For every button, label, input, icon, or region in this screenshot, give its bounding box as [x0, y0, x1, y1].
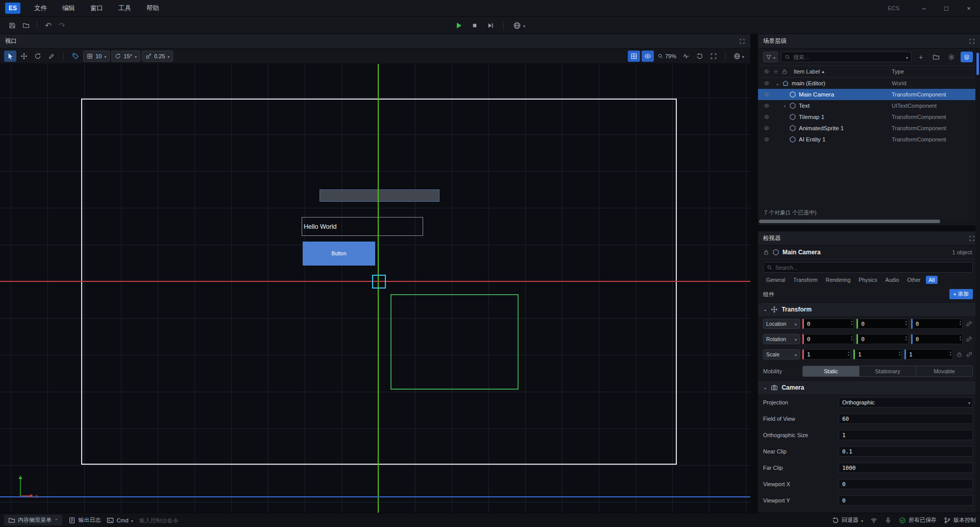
fov-field[interactable]	[839, 414, 973, 424]
location-z-input[interactable]	[913, 321, 962, 327]
filter-button[interactable]	[763, 52, 778, 62]
save-button[interactable]	[5, 19, 19, 32]
stop-button[interactable]	[468, 19, 481, 32]
visibility-toggle-button[interactable]	[642, 51, 654, 62]
scale-z-field[interactable]	[904, 349, 953, 360]
tree-row-tilemap[interactable]: Tilemap 1 TransformComponent	[758, 111, 980, 123]
location-x-input[interactable]	[804, 321, 853, 327]
expand-panel-icon[interactable]	[739, 38, 745, 44]
edit-tool-button[interactable]	[45, 51, 58, 62]
location-x-field[interactable]	[802, 319, 854, 329]
play-button[interactable]	[452, 19, 465, 32]
content-drawer-button[interactable]: 内容侧滑菜单	[4, 515, 62, 525]
version-control-button[interactable]: 版本控制	[944, 516, 976, 524]
tab-audio[interactable]: Audio	[882, 276, 902, 284]
rotation-y-input[interactable]	[858, 336, 908, 343]
location-y-input[interactable]	[858, 321, 908, 327]
location-dropdown[interactable]: Location	[763, 319, 800, 329]
panel-splitter[interactable]	[758, 225, 980, 231]
redo-button[interactable]: ↷	[55, 19, 69, 32]
tab-all[interactable]: All	[926, 276, 938, 284]
fullscreen-button[interactable]	[707, 51, 720, 62]
eye-icon[interactable]	[763, 125, 770, 131]
sidebar-scrollbar[interactable]	[975, 49, 980, 513]
camera-section-header[interactable]: Camera	[758, 380, 980, 394]
maximize-button[interactable]: □	[935, 0, 958, 17]
undo-button[interactable]: ↶	[41, 19, 55, 32]
spinner-icon[interactable]	[848, 350, 849, 356]
expand-panel-icon[interactable]	[969, 38, 975, 44]
scrollbar-thumb[interactable]	[976, 53, 979, 75]
spinner-icon[interactable]	[899, 350, 900, 356]
tree-row-animatedsprite[interactable]: AnimatedSprite 1 TransformComponent	[758, 123, 980, 134]
move-tool-button[interactable]	[18, 51, 30, 62]
scene-canvas[interactable]: Hello World Button x	[0, 64, 750, 513]
far-clip-field[interactable]	[839, 463, 973, 473]
eye-icon[interactable]	[763, 80, 770, 86]
rotate-tool-button[interactable]	[32, 51, 44, 62]
transform-section-header[interactable]: Transform	[758, 302, 980, 316]
open-button[interactable]	[19, 19, 33, 32]
menu-tools[interactable]: 工具	[111, 0, 139, 17]
eye-icon[interactable]	[763, 103, 770, 109]
rollback-dropdown[interactable]: 回退器	[832, 516, 863, 524]
minimize-button[interactable]: –	[913, 0, 935, 17]
tree-row-text[interactable]: Text UITextComponent	[758, 100, 980, 111]
spinner-icon[interactable]	[851, 320, 852, 326]
network-icon[interactable]	[870, 517, 877, 524]
projection-select[interactable]: Orthographic	[839, 397, 973, 408]
scale-snap-dropdown[interactable]: 0.25	[142, 51, 173, 62]
inspector-search[interactable]	[763, 262, 973, 273]
zoom-control[interactable]: 79%	[655, 51, 678, 62]
chevron-right-icon[interactable]	[781, 103, 788, 109]
close-button[interactable]: ×	[958, 0, 980, 17]
tab-other[interactable]: Other	[904, 276, 923, 284]
tag-tool-button[interactable]	[69, 51, 82, 62]
viewport-y-field[interactable]	[839, 495, 973, 506]
mobility-stationary[interactable]: Stationary	[860, 366, 916, 376]
menu-window[interactable]: 窗口	[83, 0, 111, 17]
tilemap-object[interactable]	[320, 189, 439, 202]
text-object[interactable]: Hello World	[302, 217, 423, 236]
scale-x-input[interactable]	[804, 351, 850, 358]
near-clip-field[interactable]	[839, 446, 973, 457]
eye-icon[interactable]	[763, 91, 770, 98]
chevron-down-icon[interactable]	[774, 81, 781, 86]
spinner-icon[interactable]	[851, 335, 852, 341]
lock-icon[interactable]	[763, 249, 769, 255]
tab-rendering[interactable]: Rendering	[823, 276, 853, 284]
rotation-x-input[interactable]	[804, 336, 853, 343]
mic-icon[interactable]	[885, 517, 892, 524]
grid-toggle-button[interactable]	[628, 51, 640, 62]
scrollbar-thumb[interactable]	[759, 220, 940, 223]
scale-dropdown[interactable]: Scale	[763, 349, 800, 360]
scale-x-field[interactable]	[802, 349, 851, 360]
tab-physics[interactable]: Physics	[855, 276, 880, 284]
rotation-x-field[interactable]	[802, 334, 854, 344]
viewport-x-input[interactable]	[839, 481, 972, 488]
output-log-button[interactable]: 输出日志	[68, 516, 101, 524]
menu-help[interactable]: 帮助	[139, 0, 167, 17]
spinner-icon[interactable]	[960, 335, 961, 341]
tree-row-main-editor[interactable]: main (Editor) World	[758, 78, 980, 89]
tree-row-main-camera[interactable]: Main Camera TransformComponent	[758, 89, 980, 100]
rotation-snap-dropdown[interactable]: 15°	[111, 51, 140, 62]
link-icon[interactable]	[965, 336, 973, 343]
hierarchy-search-input[interactable]	[793, 54, 903, 60]
spinner-icon[interactable]	[905, 320, 907, 326]
spinner-icon[interactable]	[960, 320, 961, 326]
ortho-size-input[interactable]	[839, 432, 972, 439]
save-status-button[interactable]: 所有已保存	[899, 516, 937, 524]
inspector-search-input[interactable]	[775, 265, 969, 271]
rotation-y-field[interactable]	[856, 334, 908, 344]
spinner-icon[interactable]	[905, 335, 907, 341]
tree-row-ai-entity[interactable]: AI Entity 1 TransformComponent	[758, 134, 980, 145]
mobility-movable[interactable]: Movable	[916, 366, 972, 376]
lock-icon[interactable]	[955, 351, 963, 357]
column-item-label[interactable]: Item Label ▴	[794, 68, 889, 75]
rotation-z-input[interactable]	[913, 336, 962, 343]
expand-panel-icon[interactable]	[969, 235, 975, 242]
hierarchy-hscrollbar[interactable]	[759, 219, 975, 224]
layers-button[interactable]	[961, 52, 973, 62]
grid-snap-dropdown[interactable]: 10	[83, 51, 110, 62]
